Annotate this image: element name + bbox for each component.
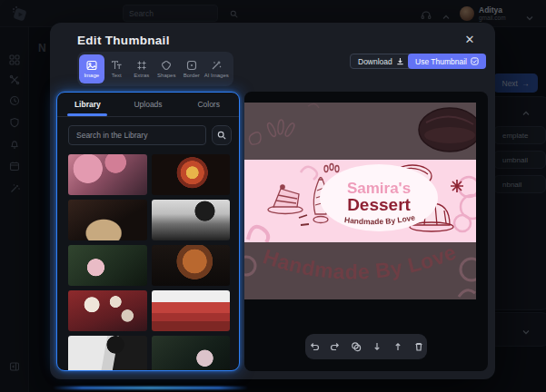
download-icon	[396, 57, 404, 65]
library-image-food-in-pan[interactable]	[152, 154, 231, 195]
download-button-label: Download	[358, 57, 392, 66]
move-up-icon[interactable]	[392, 341, 403, 352]
library-image-skater-legs-bw[interactable]	[68, 336, 147, 371]
border-icon	[186, 60, 197, 71]
library-image-cat-in-alley[interactable]	[68, 200, 147, 240]
library-panel: Library Uploads Colors	[56, 92, 240, 371]
banner-dimmed-bottom-area: Handmade By Love	[244, 242, 476, 299]
image-icon	[86, 60, 97, 71]
library-image-love-letter-envelopes[interactable]	[68, 290, 147, 331]
edit-thumbnail-modal: Edit Thumbnail ✕ Image Text Extras Shape…	[50, 23, 495, 379]
search-icon	[217, 131, 226, 140]
banner-preview[interactable]: Samira's Dessert Handmade By Love	[244, 103, 476, 299]
tool-border[interactable]: Border	[179, 54, 204, 83]
library-search-input[interactable]	[76, 131, 198, 140]
tool-extras-label: Extras	[134, 73, 149, 78]
tool-ai-images[interactable]: AI Images	[204, 54, 230, 83]
tool-ai-images-label: AI Images	[204, 73, 229, 78]
library-image-woman-with-pink-flowers[interactable]	[68, 154, 147, 195]
library-tabs: Library Uploads Colors	[57, 93, 239, 117]
cake-icon	[268, 185, 303, 214]
tool-shapes-label: Shapes	[157, 73, 175, 78]
tab-library[interactable]: Library	[57, 93, 118, 116]
duplicate-icon[interactable]	[351, 341, 362, 352]
modal-title: Edit Thumbnail	[77, 34, 170, 47]
tool-image-label: Image	[84, 73, 99, 78]
use-thumbnail-button-label: Use Thumbnail	[415, 57, 467, 66]
extras-icon	[136, 60, 147, 71]
sparkle-icon	[451, 180, 463, 192]
banner-overflow-text: Handmade By Love	[260, 242, 459, 284]
move-down-icon[interactable]	[372, 341, 382, 352]
tool-image[interactable]: Image	[79, 54, 104, 83]
banner-visible-area: Samira's Dessert Handmade By Love	[244, 160, 476, 242]
delete-trash-icon[interactable]	[413, 341, 424, 352]
tool-border-label: Border	[184, 73, 200, 78]
close-icon[interactable]: ✕	[462, 32, 477, 46]
redo-icon[interactable]	[330, 341, 341, 352]
library-image-grid	[68, 154, 230, 371]
text-icon	[111, 60, 122, 71]
canvas-action-bar	[305, 334, 427, 359]
use-thumbnail-button[interactable]: Use Thumbnail	[408, 54, 486, 69]
library-image-red-pagoda-roof[interactable]	[152, 290, 231, 331]
panel-glow-artifact	[53, 387, 248, 389]
ai-images-icon	[211, 60, 222, 71]
undo-icon[interactable]	[309, 341, 320, 352]
library-search-button[interactable]	[212, 125, 232, 145]
dark-macaron-illustration	[419, 108, 476, 152]
library-image-hand-with-blossom[interactable]	[68, 245, 147, 286]
tools-toolbar: Image Text Extras Shapes Border AI Image…	[77, 52, 233, 86]
banner-title-line2: Dessert	[347, 195, 411, 214]
tab-uploads[interactable]: Uploads	[118, 93, 179, 116]
library-search[interactable]	[68, 125, 206, 145]
download-button[interactable]: Download	[350, 54, 412, 69]
tool-extras[interactable]: Extras	[129, 54, 154, 83]
thumbnail-badge-icon	[471, 57, 479, 65]
tool-text-label: Text	[112, 73, 122, 78]
tool-text[interactable]: Text	[104, 54, 130, 83]
thumbnail-canvas: Samira's Dessert Handmade By Love	[244, 92, 488, 371]
library-image-hand-holding-flower-dark[interactable]	[152, 336, 231, 371]
svg-text:Handmade By Love: Handmade By Love	[260, 242, 459, 284]
tool-shapes[interactable]: Shapes	[154, 54, 180, 83]
banner-dimmed-top-area	[244, 103, 476, 160]
library-image-skateboarder-bw[interactable]	[152, 200, 231, 240]
tab-colors[interactable]: Colors	[178, 93, 239, 116]
library-image-person-with-orange-balloon[interactable]	[152, 245, 231, 286]
shapes-icon	[161, 60, 172, 71]
